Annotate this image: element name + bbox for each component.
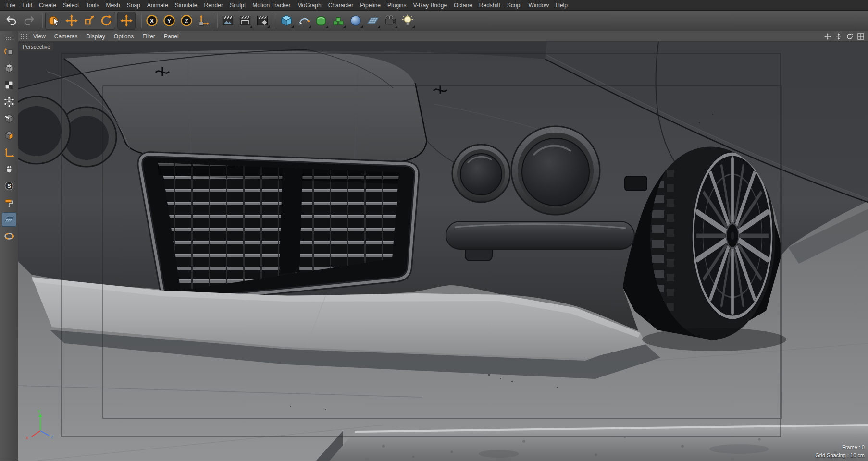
menu-create[interactable]: Create [36,2,60,9]
axis-x-label: x [26,435,28,440]
toggle-active-view-icon[interactable] [857,33,864,40]
edges-mode-button[interactable] [2,111,16,126]
svg-text:S: S [7,183,11,189]
menu-character[interactable]: Character [325,2,357,9]
model-mode-button[interactable] [2,61,16,75]
viewport-solo-button[interactable] [2,162,16,176]
texture-mode-button[interactable] [2,78,16,92]
paint-roller-icon [3,197,15,208]
snap-toggle-button[interactable]: S [2,179,16,193]
axis-gizmo: Y x z [22,408,61,448]
render-view-button[interactable] [219,12,236,29]
menu-tools[interactable]: Tools [82,2,102,9]
render-settings-button[interactable] [254,12,271,29]
menu-mograph[interactable]: MoGraph [294,2,325,9]
menu-vray-bridge[interactable]: V-Ray Bridge [409,2,450,9]
menu-plugins[interactable]: Plugins [384,2,409,9]
vp-menu-cameras[interactable]: Cameras [50,33,82,40]
svg-text:Z: Z [185,17,188,24]
viewport-menu-handle[interactable] [20,34,28,39]
palette-handle[interactable] [6,35,12,40]
points-mode-icon [3,96,15,108]
pen-icon [297,14,310,27]
menu-help[interactable]: Help [552,2,571,9]
redo-button[interactable] [20,12,37,29]
scene-3d[interactable] [18,42,868,461]
toolbar-separator [214,13,218,28]
render-picture-viewer-icon [238,14,252,27]
toolbar-separator [273,13,276,28]
polygons-mode-button[interactable] [2,128,16,143]
undo-icon [5,14,18,27]
subdivision-surface-icon [314,14,328,27]
pan-view-icon[interactable] [824,33,831,40]
move-icon [120,14,133,27]
menu-sculpt[interactable]: Sculpt [226,2,249,9]
coordinate-system-button[interactable] [195,12,212,29]
paint-tool-button[interactable] [2,195,16,210]
make-editable-icon [3,46,15,57]
live-selection-button[interactable] [46,12,63,29]
render-picture-viewer-button[interactable] [236,12,254,29]
workplane-lock-button[interactable] [2,212,16,227]
axis-mode-icon [3,146,15,158]
viewport-nav-controls [824,33,868,40]
viewport-canvas[interactable]: Perspective Frame : 0 Grid Spacing : 10 … [18,42,868,461]
orbit-view-icon[interactable] [846,33,853,40]
menu-pipeline[interactable]: Pipeline [357,2,384,9]
lock-x-axis-button[interactable]: X [143,12,161,29]
scale-tool-button[interactable] [80,12,98,29]
snap-icon: S [3,180,15,192]
axis-z-label: z [51,434,53,439]
vp-menu-view[interactable]: View [29,33,50,40]
simulate-button[interactable] [347,12,364,29]
add-cube-button[interactable] [278,12,295,29]
vp-menu-filter[interactable]: Filter [138,33,160,40]
rotate-tool-button[interactable] [98,12,115,29]
simulate-sphere-icon [349,14,362,27]
workplane-ring-icon [3,230,15,242]
menu-animate[interactable]: Animate [144,2,172,9]
make-editable-button[interactable] [2,44,16,59]
menubar: File Edit Create Select Tools Mesh Snap … [0,0,868,11]
move-tool-button[interactable] [63,12,80,29]
points-mode-button[interactable] [2,95,16,109]
vp-menu-panel[interactable]: Panel [160,33,183,40]
vp-menu-options[interactable]: Options [110,33,138,40]
camera-button[interactable] [382,12,399,29]
menu-window[interactable]: Window [525,2,553,9]
light-button[interactable] [399,12,416,29]
pen-spline-button[interactable] [295,12,312,29]
front-grille [140,154,417,301]
menu-motion-tracker[interactable]: Motion Tracker [249,2,294,9]
camera-label[interactable]: Perspective [19,43,53,51]
viewport-panel: View Cameras Display Options Filter Pane… [18,31,868,461]
workplane-button[interactable] [2,229,16,243]
vp-menu-display[interactable]: Display [82,33,109,40]
subdivision-surface-button[interactable] [312,12,330,29]
menu-file[interactable]: File [3,2,19,9]
undo-button[interactable] [3,12,20,29]
redo-icon [23,14,35,27]
selection-tool-well [45,12,115,30]
menu-octane[interactable]: Octane [450,2,476,9]
menu-simulate[interactable]: Simulate [172,2,201,9]
menu-edit[interactable]: Edit [19,2,36,9]
menu-select[interactable]: Select [60,2,82,9]
menu-snap[interactable]: Snap [124,2,144,9]
axis-mode-button[interactable] [2,145,16,159]
mograph-cloner-button[interactable] [330,12,347,29]
menu-render[interactable]: Render [201,2,226,9]
light-bulb-icon [401,14,414,27]
lock-y-axis-button[interactable]: Y [161,12,178,29]
last-used-tool-button[interactable] [118,12,135,29]
menu-script[interactable]: Script [504,2,525,9]
menu-redshift[interactable]: Redshift [476,2,504,9]
cube-icon [280,14,293,27]
last-used-tool-well [117,12,136,30]
dolly-view-icon[interactable] [835,33,842,40]
lock-z-axis-button[interactable]: Z [178,12,195,29]
menu-mesh[interactable]: Mesh [102,2,123,9]
floor-button[interactable] [364,12,382,29]
frame-counter: Frame : 0 [842,444,865,450]
